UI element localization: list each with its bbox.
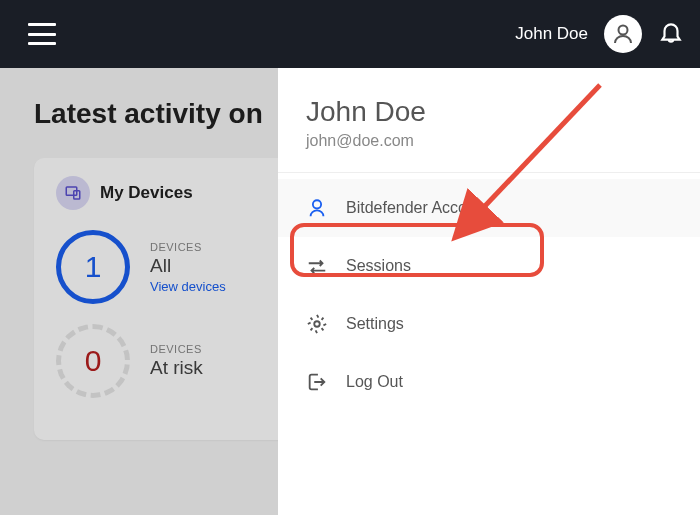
menu-label: Sessions — [346, 257, 411, 275]
panel-user-name: John Doe — [306, 96, 672, 128]
svg-point-4 — [314, 321, 320, 327]
panel-menu: Bitdefender Account Sessions Settings Lo… — [278, 173, 700, 411]
menu-label: Settings — [346, 315, 404, 333]
panel-header: John Doe john@doe.com — [278, 68, 700, 173]
header-username: John Doe — [515, 24, 588, 44]
menu-item-account[interactable]: Bitdefender Account — [278, 179, 700, 237]
panel-user-email: john@doe.com — [306, 132, 672, 150]
user-icon — [611, 22, 635, 46]
hamburger-menu-button[interactable] — [28, 23, 56, 45]
menu-item-settings[interactable]: Settings — [278, 295, 700, 353]
user-icon — [306, 197, 328, 219]
app-header: John Doe — [0, 0, 700, 68]
menu-item-logout[interactable]: Log Out — [278, 353, 700, 411]
notifications-button[interactable] — [658, 19, 684, 49]
header-right-group: John Doe — [515, 15, 684, 53]
background-overlay — [0, 68, 278, 515]
account-dropdown-panel: John Doe john@doe.com Bitdefender Accoun… — [278, 68, 700, 515]
gear-icon — [306, 313, 328, 335]
avatar-button[interactable] — [604, 15, 642, 53]
svg-point-3 — [313, 200, 321, 208]
swap-icon — [306, 255, 328, 277]
logout-icon — [306, 371, 328, 393]
menu-item-sessions[interactable]: Sessions — [278, 237, 700, 295]
menu-label: Bitdefender Account — [346, 199, 489, 217]
bell-icon — [658, 19, 684, 45]
svg-point-0 — [619, 26, 628, 35]
menu-label: Log Out — [346, 373, 403, 391]
